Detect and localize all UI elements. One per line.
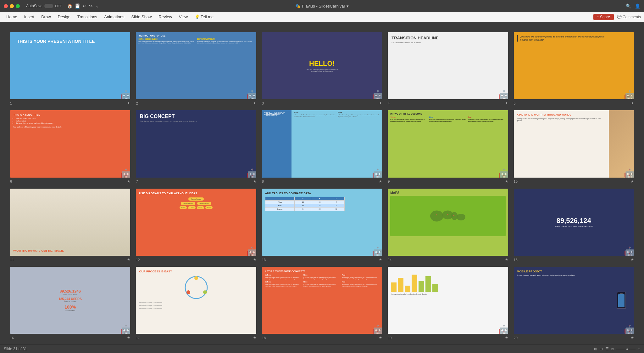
- star-icon[interactable]: ★: [253, 179, 256, 184]
- dropdown-icon[interactable]: ▾: [347, 4, 349, 9]
- slide-thumbnail[interactable]: INSTRUCTIONS FOR USE EDIT IN GOOGLE SLID…: [135, 31, 257, 100]
- star-icon[interactable]: ★: [253, 336, 256, 340]
- menu-transitions[interactable]: Transitions: [74, 13, 100, 20]
- slide-thumbnail[interactable]: TRANSITION HEADLINE Let's start with the…: [387, 31, 508, 100]
- world-map: [390, 196, 505, 236]
- slide-thumbnail[interactable]: MAPS: [387, 188, 508, 256]
- slide-item[interactable]: IN TWO OR THREE COLUMNS Yellow Is the co…: [387, 110, 508, 183]
- robot-decoration: 🤖: [372, 246, 382, 256]
- view-normal-icon[interactable]: ⊞: [594, 347, 597, 351]
- star-icon[interactable]: ★: [631, 179, 634, 184]
- slide-thumbnail[interactable]: 89,526,124$ That's a lot of money 185,24…: [9, 266, 131, 334]
- star-icon[interactable]: ★: [127, 258, 130, 262]
- undo-icon[interactable]: ↩: [83, 3, 86, 9]
- slide18-title: LET'S REVIEW SOME CONCEPTS: [265, 270, 379, 273]
- autosave-label: AutoSave: [26, 4, 42, 8]
- star-icon[interactable]: ★: [127, 101, 130, 105]
- close-button[interactable]: [4, 4, 8, 8]
- slide-thumbnail[interactable]: IN TWO OR THREE COLUMNS Yellow Is the co…: [387, 110, 508, 178]
- star-icon[interactable]: ★: [631, 258, 634, 262]
- autosave-toggle[interactable]: [44, 4, 53, 8]
- minimize-button[interactable]: [10, 4, 14, 8]
- star-icon[interactable]: ★: [379, 258, 382, 262]
- menu-home[interactable]: Home: [3, 13, 20, 20]
- slide-item[interactable]: You can insert graphs from Excel or Goog…: [387, 266, 508, 340]
- star-icon[interactable]: ★: [505, 179, 508, 184]
- star-icon[interactable]: ★: [505, 258, 508, 262]
- user-icon[interactable]: 👤: [635, 3, 640, 9]
- slide-item[interactable]: 89,526,124$ That's a lot of money 185,24…: [9, 266, 131, 340]
- zoom-in-icon[interactable]: +: [638, 347, 640, 351]
- slide-item[interactable]: MAPS: [387, 188, 508, 262]
- menu-view[interactable]: View: [176, 13, 191, 20]
- home-icon[interactable]: 🏠: [67, 3, 72, 9]
- star-icon[interactable]: ★: [379, 336, 382, 340]
- slide-number: 8: [262, 179, 264, 183]
- zoom-slider[interactable]: ────●───: [616, 347, 636, 351]
- slide-number: 20: [514, 336, 518, 340]
- slide8-title: YOU CAN ALSO SPLIT YOUR CONTENT: [264, 112, 289, 116]
- star-icon[interactable]: ★: [379, 179, 382, 184]
- menu-animations[interactable]: Animations: [101, 13, 127, 20]
- slide-item[interactable]: TRANSITION HEADLINE Let's start with the…: [387, 31, 508, 105]
- more-icon[interactable]: ⌄: [95, 3, 99, 9]
- slide-item[interactable]: LET'S REVIEW SOME CONCEPTS Yellow Is the…: [261, 266, 383, 340]
- slide-thumbnail[interactable]: LET'S REVIEW SOME CONCEPTS Yellow Is the…: [261, 266, 383, 334]
- menu-draw[interactable]: Draw: [38, 13, 54, 20]
- slide16-label2: And a lot of users: [59, 301, 82, 303]
- slide-item[interactable]: USE DIAGRAMS TO EXPLAIN YOUR IDEAS Lorem…: [135, 188, 257, 262]
- slide-thumbnail[interactable]: WANT BIG IMPACT? USE BIG IMAGE.: [9, 188, 131, 256]
- slide-thumbnail[interactable]: MOBILE PROJECT Show and explain your web…: [513, 266, 635, 334]
- star-icon[interactable]: ★: [253, 101, 256, 105]
- slide-item[interactable]: MOBILE PROJECT Show and explain your web…: [513, 266, 635, 340]
- menu-review[interactable]: Review: [155, 13, 175, 20]
- slide-thumbnail[interactable]: Quotations are commonly printed as a mea…: [513, 31, 635, 100]
- redo-icon[interactable]: ↪: [89, 3, 93, 9]
- slide-thumbnail[interactable]: YOU CAN ALSO SPLIT YOUR CONTENT White Is…: [261, 110, 383, 178]
- slide-item[interactable]: A PICTURE IS WORTH A THOUSAND WORDS A co…: [513, 110, 635, 183]
- comments-button[interactable]: 💬 Comments: [617, 15, 641, 19]
- slide-item[interactable]: HELLO! I am here because I love to give …: [261, 31, 383, 105]
- view-grid-icon[interactable]: ⊟: [600, 347, 603, 351]
- slide-thumbnail[interactable]: THIS IS A SLIDE TITLE Here you have a li…: [9, 110, 131, 178]
- search-icon[interactable]: 🔍: [626, 3, 631, 9]
- view-outline-icon[interactable]: ☰: [605, 347, 609, 351]
- menu-slideshow[interactable]: Slide Show: [128, 13, 155, 20]
- slide-item[interactable]: BIG CONCEPT Bring the attention of your …: [135, 110, 257, 183]
- menu-tellme[interactable]: 💡 Tell me: [192, 13, 217, 20]
- slide-item[interactable]: YOU CAN ALSO SPLIT YOUR CONTENT White Is…: [261, 110, 383, 183]
- menu-insert[interactable]: Insert: [21, 13, 38, 20]
- maximize-button[interactable]: [16, 4, 20, 8]
- slide-item[interactable]: THIS IS YOUR PRESENTATION TITLE 🤖 1 ★: [9, 31, 131, 105]
- slide-thumbnail[interactable]: OUR PROCESS IS EASY: [135, 266, 257, 334]
- save-icon[interactable]: 💾: [75, 3, 80, 9]
- slide-item[interactable]: WANT BIG IMPACT? USE BIG IMAGE. 11 ★: [9, 188, 131, 262]
- slide-thumbnail[interactable]: AND TABLES TO COMPARE DATA A B C: [261, 188, 383, 256]
- slide-thumbnail[interactable]: BIG CONCEPT Bring the attention of your …: [135, 110, 257, 178]
- slide-item[interactable]: Quotations are commonly printed as a mea…: [513, 31, 635, 105]
- share-button[interactable]: ↑ Share: [593, 14, 614, 20]
- comments-icon: 💬: [617, 15, 622, 19]
- star-icon[interactable]: ★: [631, 101, 634, 105]
- star-icon[interactable]: ★: [505, 101, 508, 105]
- slide-thumbnail[interactable]: 89,526,124 Whoa! That's a big number, ar…: [513, 188, 635, 256]
- slide-item[interactable]: 89,526,124 Whoa! That's a big number, ar…: [513, 188, 635, 262]
- view-reading-icon[interactable]: ⧈: [611, 347, 614, 351]
- slide-item[interactable]: OUR PROCESS IS EASY: [135, 266, 257, 340]
- slide-thumbnail[interactable]: THIS IS YOUR PRESENTATION TITLE 🤖: [9, 31, 131, 100]
- slide-thumbnail[interactable]: HELLO! I am here because I love to give …: [261, 31, 383, 100]
- slide-number: 12: [136, 258, 140, 262]
- star-icon[interactable]: ★: [127, 179, 130, 184]
- slide-thumbnail[interactable]: You can insert graphs from Excel or Goog…: [387, 266, 508, 334]
- star-icon[interactable]: ★: [631, 336, 634, 340]
- slide-thumbnail[interactable]: USE DIAGRAMS TO EXPLAIN YOUR IDEAS Lorem…: [135, 188, 257, 256]
- slide-item[interactable]: AND TABLES TO COMPARE DATA A B C: [261, 188, 383, 262]
- slide-item[interactable]: INSTRUCTIONS FOR USE EDIT IN GOOGLE SLID…: [135, 31, 257, 105]
- slide-thumbnail[interactable]: A PICTURE IS WORTH A THOUSAND WORDS A co…: [513, 110, 635, 178]
- menu-design[interactable]: Design: [55, 13, 74, 20]
- star-icon[interactable]: ★: [253, 258, 256, 262]
- star-icon[interactable]: ★: [127, 336, 130, 340]
- star-icon[interactable]: ★: [379, 101, 382, 105]
- slide-item[interactable]: THIS IS A SLIDE TITLE Here you have a li…: [9, 110, 131, 183]
- star-icon[interactable]: ★: [505, 336, 508, 340]
